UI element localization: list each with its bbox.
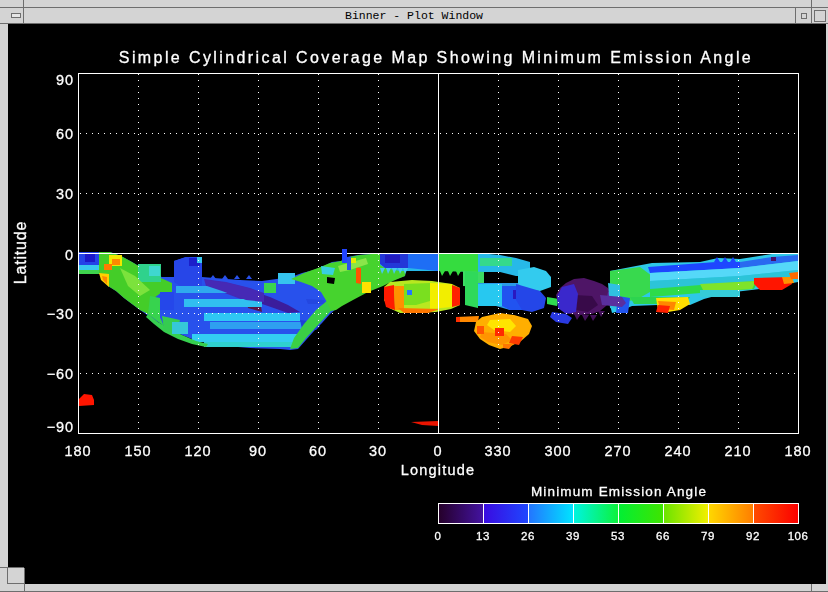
svg-text:39: 39: [566, 530, 580, 542]
svg-text:90: 90: [249, 443, 267, 459]
svg-text:−60: −60: [47, 366, 74, 382]
svg-text:180: 180: [65, 443, 92, 459]
svg-text:60: 60: [309, 443, 327, 459]
svg-text:90: 90: [56, 72, 74, 88]
svg-text:0: 0: [434, 443, 443, 459]
svg-text:13: 13: [476, 530, 490, 542]
svg-text:Latitude: Latitude: [12, 221, 29, 284]
svg-text:79: 79: [701, 530, 715, 542]
svg-text:150: 150: [125, 443, 152, 459]
svg-text:240: 240: [665, 443, 692, 459]
svg-text:300: 300: [545, 443, 572, 459]
svg-text:120: 120: [185, 443, 212, 459]
svg-text:0: 0: [65, 247, 74, 263]
svg-text:Longitude: Longitude: [401, 462, 476, 478]
svg-text:Simple Cylindrical Coverage Ma: Simple Cylindrical Coverage Map Showing …: [119, 49, 753, 66]
svg-text:66: 66: [656, 530, 670, 542]
svg-text:30: 30: [369, 443, 387, 459]
svg-text:210: 210: [725, 443, 752, 459]
svg-text:−30: −30: [47, 306, 74, 322]
svg-text:30: 30: [56, 186, 74, 202]
svg-text:26: 26: [521, 530, 535, 542]
svg-text:Minimum Emission Angle: Minimum Emission Angle: [531, 484, 707, 499]
svg-text:0: 0: [435, 530, 442, 542]
svg-text:180: 180: [785, 443, 812, 459]
svg-text:−90: −90: [47, 419, 74, 435]
svg-text:330: 330: [485, 443, 512, 459]
svg-text:106: 106: [788, 530, 809, 542]
svg-text:60: 60: [56, 126, 74, 142]
svg-text:270: 270: [605, 443, 632, 459]
svg-text:53: 53: [611, 530, 625, 542]
svg-text:92: 92: [746, 530, 760, 542]
